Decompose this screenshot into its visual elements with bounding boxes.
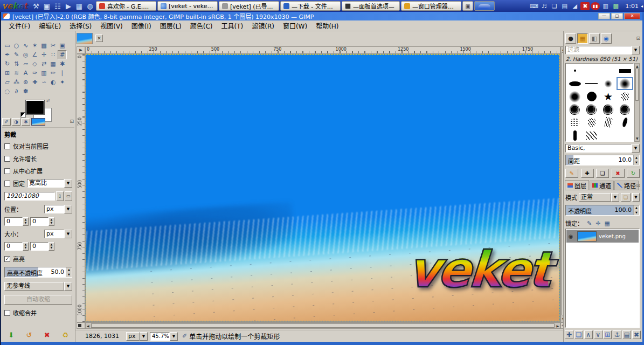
paintbrush-tool[interactable]: ∣ bbox=[58, 68, 67, 78]
flame-tool[interactable]: ✽ bbox=[21, 87, 30, 96]
highlight-opacity-slider[interactable]: 高亮不透明度 50.0 ▲▼ bbox=[4, 267, 72, 278]
zoom-level-dropdown[interactable]: 45.7%▼ bbox=[150, 332, 178, 341]
tab-paths[interactable]: 路径 bbox=[614, 181, 639, 190]
tab-brushes[interactable]: ● bbox=[565, 33, 576, 44]
taskbar-window-panel[interactable]: —面板首选项— bbox=[342, 1, 400, 11]
gradient-tool[interactable]: ≋ bbox=[12, 68, 21, 78]
brush-item[interactable] bbox=[617, 103, 633, 116]
brush-spacing-slider[interactable]: 间距 10.0 ▲▼ bbox=[565, 155, 640, 165]
scroll-down-icon[interactable]: ▼ bbox=[636, 136, 639, 141]
new-brush-button[interactable]: ✚ bbox=[581, 169, 594, 178]
dodge-burn-tool[interactable]: ◐ bbox=[49, 78, 58, 87]
brush-scrollbar[interactable]: ▲ ▼ bbox=[634, 63, 640, 142]
new-group-button[interactable]: ❏ bbox=[574, 330, 583, 339]
veket-logo[interactable]: veket bbox=[2, 1, 27, 11]
tab-tool-options[interactable]: ✐ bbox=[2, 118, 11, 126]
airbrush-tool[interactable]: ⁂ bbox=[12, 78, 21, 87]
brush-item[interactable] bbox=[566, 64, 583, 77]
globe-icon[interactable]: ◍ bbox=[85, 1, 95, 11]
horizontal-ruler[interactable]: 02505007501000125015001750 bbox=[85, 46, 560, 54]
checkbox-current-layer[interactable]: 仅对当前图层 bbox=[4, 142, 72, 150]
hammer-icon[interactable]: ⚒ bbox=[31, 1, 41, 11]
menu-item-2[interactable]: 选择(S) bbox=[65, 20, 96, 31]
mode-options-dropdown[interactable]: ▼ bbox=[632, 193, 640, 202]
mouse-icon[interactable]: ☷ bbox=[53, 1, 63, 11]
measure-tool[interactable]: ∠ bbox=[30, 50, 39, 59]
screenshot-button[interactable]: ▣ bbox=[462, 1, 473, 11]
default-colors-icon[interactable] bbox=[20, 112, 26, 118]
horizontal-scrollbar[interactable]: ◀ ▶ bbox=[85, 322, 560, 329]
warp-transform-tool[interactable]: ✱ bbox=[58, 59, 67, 68]
brush-item[interactable] bbox=[600, 129, 617, 142]
brush-item[interactable] bbox=[600, 64, 617, 77]
menu-item-5[interactable]: 图层(L) bbox=[156, 20, 186, 31]
mypaint-brush-tool[interactable]: ✦ bbox=[58, 78, 67, 87]
tray-expand-icon[interactable]: ◂ bbox=[641, 4, 643, 9]
brush-item[interactable] bbox=[617, 116, 633, 129]
rotate-tool[interactable]: ↻ bbox=[3, 59, 12, 68]
duplicate-layer-button[interactable]: ⊞ bbox=[603, 330, 612, 339]
maximize-button[interactable]: ▢ bbox=[611, 13, 623, 19]
keyboard-icon[interactable]: ⌨ bbox=[529, 2, 538, 10]
toolbox-menu-icon[interactable]: ⊡ bbox=[70, 119, 74, 124]
autoshrink-button[interactable]: 自动收缩 bbox=[4, 295, 72, 305]
color-picker-tool[interactable]: ✎ bbox=[12, 50, 21, 59]
checkbox-highlight[interactable]: ✓高亮 bbox=[4, 254, 72, 263]
fuzzy-select-tool[interactable]: ✶ bbox=[30, 41, 39, 50]
position-y-spinner[interactable]: 0▲▼ bbox=[30, 217, 54, 226]
checkbox-fixed[interactable]: 固定 bbox=[4, 179, 25, 188]
record-pause-icon[interactable]: ▮▮ bbox=[591, 2, 600, 10]
checkbox-allow-growing[interactable]: 允许增长 bbox=[4, 154, 72, 163]
menu-item-4[interactable]: 图像(I) bbox=[127, 20, 156, 31]
ink-tool[interactable]: ✑ bbox=[30, 68, 39, 78]
heal-tool[interactable]: ✚ bbox=[30, 78, 39, 87]
refresh-brushes-button[interactable]: ↻ bbox=[627, 169, 640, 178]
landscape-orientation-button[interactable]: ▭ bbox=[65, 191, 72, 201]
foreground-select-tool[interactable]: ▣ bbox=[58, 41, 67, 50]
terminal-icon[interactable]: ▣ bbox=[42, 1, 52, 11]
paste-icon[interactable]: ▥ bbox=[601, 2, 610, 10]
menu-item-7[interactable]: 工具(T) bbox=[217, 20, 248, 31]
smudge2-tool[interactable]: ∂ bbox=[12, 87, 21, 96]
dock-menu-icon[interactable]: ⊡ bbox=[636, 36, 640, 41]
taskbar-window-files[interactable]: —下载 - 文件管... bbox=[280, 1, 341, 11]
image-canvas[interactable]: veket bbox=[86, 54, 559, 321]
position-unit-dropdown[interactable]: px▼ bbox=[44, 205, 72, 213]
vertical-ruler[interactable]: 02505007501000 bbox=[77, 54, 85, 322]
taskbar-window-tweak[interactable]: —窗口管理器微调— bbox=[401, 1, 461, 11]
menu-item-3[interactable]: 视图(V) bbox=[96, 20, 127, 31]
play-icon[interactable]: ▶ bbox=[64, 1, 73, 11]
scroll-thumb[interactable] bbox=[635, 68, 639, 101]
screenshot-tray-icon[interactable]: ▩ bbox=[611, 2, 620, 10]
titlebar[interactable]: [veket] (已导入)-2.0 (RGB 颜色, 8-bit gamma i… bbox=[1, 12, 642, 20]
minimize-button[interactable]: — bbox=[598, 13, 610, 19]
menu-item-0[interactable]: 文件(F) bbox=[4, 20, 34, 31]
layer-mode-dropdown[interactable]: 正常▼ bbox=[579, 193, 619, 202]
align-tool[interactable]: ∷ bbox=[49, 50, 58, 59]
brush-item[interactable] bbox=[583, 90, 600, 103]
brush-item[interactable] bbox=[617, 77, 633, 90]
perspective-tool[interactable]: ◇ bbox=[30, 59, 39, 68]
close-red-icon[interactable]: ✖ bbox=[580, 2, 590, 10]
active-window-button[interactable] bbox=[474, 1, 495, 11]
cage-transform-tool[interactable]: ▦ bbox=[49, 59, 58, 68]
tab-gradients[interactable]: ◧ bbox=[589, 33, 600, 44]
rect-select-tool[interactable]: ▭ bbox=[3, 41, 12, 50]
scroll-right-icon[interactable]: ▶ bbox=[556, 323, 559, 329]
bucket-fill-tool[interactable]: ▥ bbox=[39, 68, 49, 78]
select-by-color-tool[interactable]: ▩ bbox=[39, 41, 49, 50]
layers-menu-icon[interactable]: ⊡ bbox=[636, 183, 640, 188]
tab-fonts[interactable]: ◉ bbox=[601, 33, 612, 44]
quickmask-toggle[interactable] bbox=[77, 322, 85, 329]
taskbar-window-browser[interactable]: [veket - veket -… bbox=[157, 1, 218, 11]
brush-item[interactable] bbox=[583, 129, 600, 142]
close-button[interactable]: ✕ bbox=[624, 13, 640, 19]
size-x-spinner[interactable]: 0▲▼ bbox=[4, 242, 29, 251]
size-unit-dropdown[interactable]: px▼ bbox=[44, 230, 72, 238]
menu-item-9[interactable]: 窗口(W) bbox=[279, 20, 311, 31]
shear-tool[interactable]: ▱ bbox=[21, 59, 30, 68]
brush-item[interactable] bbox=[617, 64, 633, 77]
brush-item[interactable] bbox=[583, 77, 600, 90]
windows-stack-icon[interactable]: ❏ bbox=[550, 2, 559, 10]
keep-alpha-button[interactable]: ❏ bbox=[621, 193, 631, 202]
